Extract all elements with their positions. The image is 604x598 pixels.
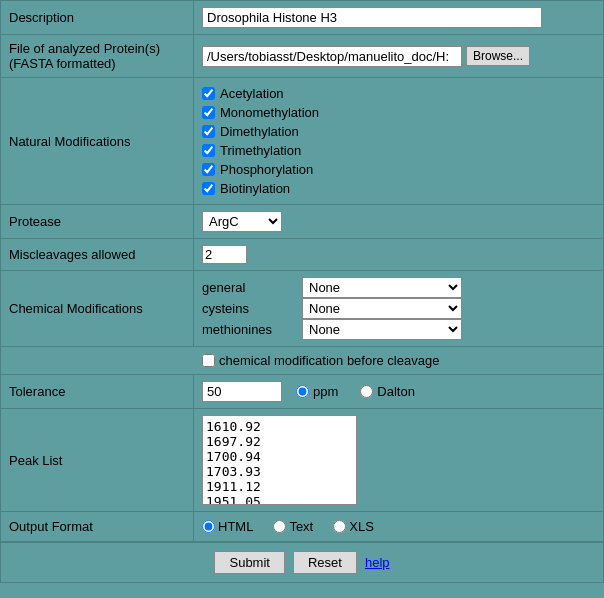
peak-list-item: 1610.92 (206, 419, 353, 434)
output-format-label-text: Text (289, 519, 313, 534)
output-format-option-xls: XLS (333, 519, 374, 534)
peak-list-scrollable[interactable]: 1610.921697.921700.941703.931911.121951.… (202, 415, 357, 505)
chem-mod-select-methionines[interactable]: NoneOxidationCarbamidomethylation (302, 319, 462, 340)
peak-list-item: 1697.92 (206, 434, 353, 449)
chem-mods-value-cell: generalNoneCarbamidomethylationIodoaceta… (194, 271, 603, 346)
mod-label-acetylation: Acetylation (220, 86, 284, 101)
mod-row-4: Phosphorylation (202, 162, 313, 177)
peak-list-item: 1951.05 (206, 494, 353, 505)
chem-mod-select-cysteins[interactable]: NoneCarbamidomethylationIodoacetamide (302, 298, 462, 319)
reset-button[interactable]: Reset (293, 551, 357, 574)
mod-label-dimethylation: Dimethylation (220, 124, 299, 139)
tolerance-value-cell: ppm Dalton (194, 375, 603, 408)
fasta-row: File of analyzed Protein(s) (FASTA forma… (1, 35, 603, 78)
peak-list-value-cell: 1610.921697.921700.941703.931911.121951.… (194, 409, 603, 511)
peak-list-item: 1703.93 (206, 464, 353, 479)
chem-mod-label-methionines: methionines (202, 322, 292, 337)
chem-mod-label-general: general (202, 280, 292, 295)
protease-value-cell: ArgCTrypsinLysCAspNGluC (194, 205, 603, 238)
mod-label-biotinylation: Biotinylation (220, 181, 290, 196)
mod-label-phosphorylation: Phosphorylation (220, 162, 313, 177)
peak-list-item: 1700.94 (206, 449, 353, 464)
mod-checkbox-dimethylation[interactable] (202, 125, 215, 138)
output-format-radio-html[interactable] (202, 520, 215, 533)
mod-row-5: Biotinylation (202, 181, 290, 196)
chem-mod-row-cysteins: cysteinsNoneCarbamidomethylationIodoacet… (202, 298, 462, 319)
mod-checkbox-biotinylation[interactable] (202, 182, 215, 195)
output-format-label-html: HTML (218, 519, 253, 534)
tolerance-dalton-radio[interactable] (360, 385, 373, 398)
natural-mods-label: Natural Modifications (1, 78, 194, 204)
submit-row: Submit Reset help (1, 542, 603, 582)
miscleavages-row: Miscleavages allowed (1, 239, 603, 271)
output-format-value-cell: HTMLTextXLS (194, 512, 603, 541)
browse-button[interactable]: Browse... (466, 46, 530, 66)
mod-label-monomethylation: Monomethylation (220, 105, 319, 120)
natural-mods-row: Natural Modifications AcetylationMonomet… (1, 78, 603, 205)
miscleavages-value-cell (194, 239, 603, 270)
output-format-radio-xls[interactable] (333, 520, 346, 533)
output-format-option-text: Text (273, 519, 313, 534)
fasta-label: File of analyzed Protein(s) (FASTA forma… (1, 35, 194, 77)
output-format-radio-text[interactable] (273, 520, 286, 533)
submit-button[interactable]: Submit (214, 551, 284, 574)
description-row: Description (1, 1, 603, 35)
chem-before-checkbox[interactable] (202, 354, 215, 367)
tolerance-ppm-radio[interactable] (296, 385, 309, 398)
chem-mods-label: Chemical Modifications (1, 271, 194, 346)
tolerance-label: Tolerance (1, 375, 194, 408)
miscleavages-label: Miscleavages allowed (1, 239, 194, 270)
mod-row-2: Dimethylation (202, 124, 299, 139)
chem-mod-select-general[interactable]: NoneCarbamidomethylationIodoacetamide (302, 277, 462, 298)
protease-label: Protease (1, 205, 194, 238)
chem-mod-row-general: generalNoneCarbamidomethylationIodoaceta… (202, 277, 462, 298)
tolerance-dalton-label: Dalton (377, 384, 415, 399)
tolerance-input[interactable] (202, 381, 282, 402)
chem-mod-label-cysteins: cysteins (202, 301, 292, 316)
description-value-cell (194, 1, 603, 34)
output-format-row: Output Format HTMLTextXLS (1, 512, 603, 542)
peak-list-item: 1911.12 (206, 479, 353, 494)
help-link[interactable]: help (365, 555, 390, 570)
chem-before-row: chemical modification before cleavage (1, 347, 603, 375)
mod-checkbox-acetylation[interactable] (202, 87, 215, 100)
peak-list-label: Peak List (1, 409, 194, 511)
mod-checkbox-trimethylation[interactable] (202, 144, 215, 157)
chem-mod-row-methionines: methioninesNoneOxidationCarbamidomethyla… (202, 319, 462, 340)
natural-mods-value-cell: AcetylationMonomethylationDimethylationT… (194, 78, 603, 204)
mod-label-trimethylation: Trimethylation (220, 143, 301, 158)
output-format-label-xls: XLS (349, 519, 374, 534)
mod-row-3: Trimethylation (202, 143, 301, 158)
fasta-value-cell: Browse... (194, 35, 603, 77)
tolerance-ppm-label: ppm (313, 384, 338, 399)
fasta-input[interactable] (202, 46, 462, 67)
mod-row-0: Acetylation (202, 86, 284, 101)
output-format-label: Output Format (1, 512, 194, 541)
description-label: Description (1, 1, 194, 34)
main-form: Description File of analyzed Protein(s) … (0, 0, 604, 583)
miscleavages-input[interactable] (202, 245, 247, 264)
protease-row: Protease ArgCTrypsinLysCAspNGluC (1, 205, 603, 239)
description-input[interactable] (202, 7, 542, 28)
protease-select[interactable]: ArgCTrypsinLysCAspNGluC (202, 211, 282, 232)
peak-list-row: Peak List 1610.921697.921700.941703.9319… (1, 409, 603, 512)
mod-checkbox-monomethylation[interactable] (202, 106, 215, 119)
chem-mods-row: Chemical Modifications generalNoneCarbam… (1, 271, 603, 347)
mod-checkbox-phosphorylation[interactable] (202, 163, 215, 176)
mod-row-1: Monomethylation (202, 105, 319, 120)
chem-before-label: chemical modification before cleavage (219, 353, 439, 368)
tolerance-row: Tolerance ppm Dalton (1, 375, 603, 409)
output-format-option-html: HTML (202, 519, 253, 534)
